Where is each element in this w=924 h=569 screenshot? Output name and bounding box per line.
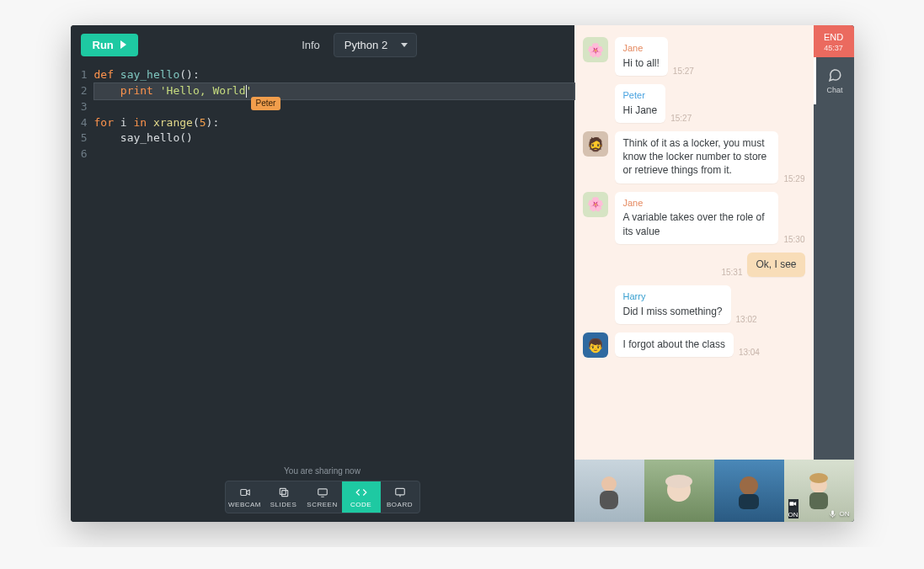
webcam-feed	[574, 460, 644, 522]
person-icon	[661, 473, 697, 508]
cam-toggle-mic[interactable]: ON	[828, 509, 850, 518]
person-icon	[592, 472, 626, 509]
svg-rect-13	[809, 492, 828, 509]
webcam-tile[interactable]	[714, 460, 784, 522]
timestamp: 15:30	[783, 235, 804, 244]
svg-rect-4	[395, 488, 404, 495]
run-label: Run	[93, 39, 114, 51]
message-text: Hi Jane	[623, 104, 658, 116]
text-caret	[246, 85, 247, 98]
language-select[interactable]: Python 2	[334, 33, 417, 57]
message-text: Did I miss something?	[623, 306, 723, 317]
avatar: 🌸	[583, 37, 608, 62]
svg-rect-1	[280, 488, 286, 494]
svg-rect-6	[600, 491, 618, 509]
share-screen[interactable]: SCREEN	[303, 481, 342, 513]
editor-center-controls: Info Python 2	[293, 33, 417, 57]
webcam-tile[interactable]	[574, 460, 644, 522]
chat-bubble: Jane Hi to all!	[615, 37, 668, 76]
share-bar: You are sharing now WEBCAM SLIDES SCREEN…	[225, 466, 420, 513]
play-icon	[120, 40, 126, 49]
avatar: 👦	[583, 332, 608, 358]
message-group: 🧔 Think of it as a locker, you must know…	[583, 131, 805, 183]
code-icon	[355, 487, 368, 498]
svg-rect-0	[240, 490, 246, 496]
message-text: A variable takes over the role of its va…	[623, 211, 765, 237]
line-gutter: 123456	[71, 67, 94, 522]
slides-icon	[277, 487, 291, 498]
timestamp: 13:02	[736, 315, 757, 324]
message-text: Ok, I see	[756, 258, 796, 270]
chevron-down-icon	[401, 43, 408, 47]
message-group-self: Ok, I see 15:31	[583, 253, 805, 277]
chat-bubble: Harry Did I miss something?	[615, 285, 731, 324]
share-board[interactable]: BOARD	[381, 481, 419, 513]
chat-panel: 🌸 Jane Hi to all! 15:27	[574, 25, 814, 522]
message-group: Peter Hi Jane 15:27	[583, 84, 805, 123]
mic-icon	[828, 509, 837, 518]
author-label: Jane	[623, 42, 660, 55]
rail-tab-chat[interactable]: Chat	[814, 57, 854, 104]
svg-point-9	[740, 476, 758, 495]
webcam-strip: ON ON	[574, 460, 854, 522]
webcam-feed	[644, 460, 714, 522]
svg-rect-14	[789, 502, 793, 506]
message-group: 👦 I forgot about the class 13:04	[583, 332, 805, 358]
editor-pane: Run Info Python 2 123456 def say_hello()…	[71, 25, 574, 522]
webcam-tile-self[interactable]: ON ON	[784, 460, 854, 522]
avatar: 🧔	[583, 131, 608, 157]
end-label: END	[814, 32, 854, 42]
chat-icon	[827, 67, 842, 82]
message-group: 🌸 Jane A variable takes over the role of…	[583, 192, 805, 244]
message-text: I forgot about the class	[623, 338, 725, 350]
svg-point-5	[601, 476, 617, 492]
screen-icon	[316, 487, 329, 498]
run-button[interactable]: Run	[81, 34, 138, 56]
end-session-button[interactable]: END 45:37	[814, 25, 854, 57]
rail-tab-label: Chat	[826, 86, 842, 94]
message-group: 🌸 Jane Hi to all! 15:27	[583, 37, 805, 76]
svg-point-8	[665, 475, 692, 488]
code-editor[interactable]: 123456 def say_hello(): print 'Hello, Wo…	[71, 64, 574, 522]
code-body: def say_hello(): print 'Hello, World' Pe…	[94, 67, 574, 522]
timestamp: 15:31	[721, 268, 742, 277]
webcam-tile[interactable]	[644, 460, 714, 522]
chat-bubble: Jane A variable takes over the role of i…	[615, 192, 779, 244]
board-icon	[393, 487, 407, 498]
chat-bubble: Peter Hi Jane	[615, 84, 666, 123]
svg-rect-2	[281, 491, 287, 497]
svg-rect-3	[318, 489, 327, 495]
cam-toggle-video[interactable]: ON	[788, 499, 798, 518]
share-tools: WEBCAM SLIDES SCREEN CODE BOARD	[225, 481, 420, 513]
video-icon	[788, 499, 798, 508]
avatar: 🌸	[583, 192, 608, 217]
author-label: Jane	[623, 197, 771, 210]
webcam-feed	[714, 460, 784, 522]
message-group: Harry Did I miss something? 13:02	[583, 285, 805, 324]
right-rail: END 45:37 Chat	[814, 25, 854, 522]
svg-point-12	[809, 473, 828, 483]
language-value: Python 2	[344, 39, 387, 51]
message-list[interactable]: 🌸 Jane Hi to all! 15:27	[574, 25, 814, 485]
person-icon	[732, 472, 766, 509]
message-text: Think of it as a locker, you must know t…	[623, 137, 767, 176]
share-code[interactable]: CODE	[342, 481, 381, 513]
share-label: You are sharing now	[225, 466, 420, 476]
share-slides[interactable]: SLIDES	[264, 481, 303, 513]
svg-rect-10	[739, 494, 759, 509]
app-window: Run Info Python 2 123456 def say_hello()…	[71, 25, 854, 522]
info-button[interactable]: Info	[293, 34, 328, 56]
person-icon	[802, 472, 836, 509]
timestamp: 15:29	[783, 174, 804, 183]
timestamp: 13:04	[739, 348, 760, 357]
timestamp: 15:27	[670, 114, 692, 123]
chat-bubble: I forgot about the class	[615, 332, 734, 357]
share-webcam[interactable]: WEBCAM	[226, 481, 264, 513]
message-text: Hi to all!	[623, 57, 660, 69]
webcam-icon	[238, 487, 252, 498]
chat-bubble: Ok, I see	[747, 253, 804, 277]
author-label: Harry	[623, 290, 723, 303]
chat-bubble: Think of it as a locker, you must know t…	[615, 131, 779, 183]
session-timer: 45:37	[814, 44, 854, 52]
editor-topbar: Run Info Python 2	[71, 25, 574, 64]
